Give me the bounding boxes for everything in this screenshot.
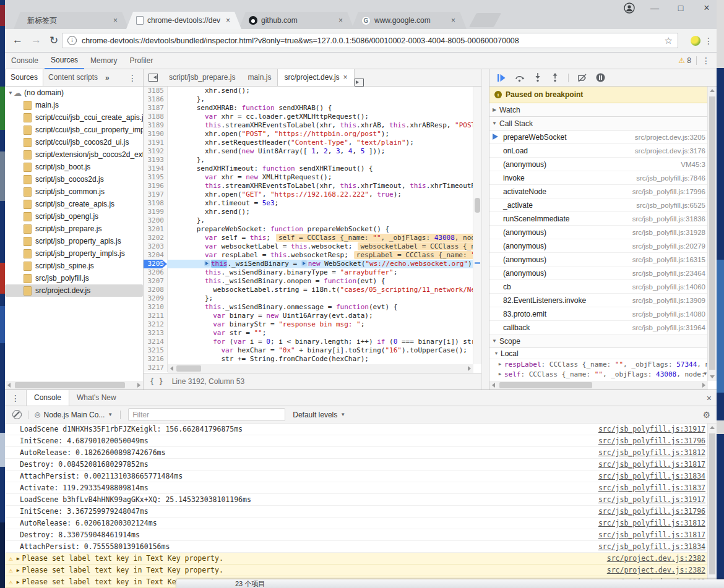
source-link[interactable]: src/project.dev.js:2382 [607,566,705,574]
console-filter-input[interactable] [128,408,285,421]
console-message[interactable]: Activate: 119.29335498809814mssrc/jsb_po… [5,482,717,494]
navtab-sources[interactable]: Sources [5,69,43,86]
frame-location[interactable]: src/jsb_polyfill.js:7846 [636,174,705,182]
console-message[interactable]: InitScene: 3.367259979248047mssrc/jsb_po… [5,506,717,518]
line-number[interactable]: 3188 [144,113,168,121]
source-link[interactable]: src/jsb_polyfill.js:31796 [598,437,705,445]
source-link[interactable]: src/jsb_polyfill.js:31796 [598,507,705,516]
call-stack-frame[interactable]: (anonymous)src/jsb_polyfill.js:23464 [489,266,708,280]
debugger-hscrollbar[interactable] [489,381,708,390]
context-selector[interactable]: Node.js Main Co... [44,411,105,419]
step-into-button[interactable] [533,73,542,82]
code-line[interactable]: 3185 xhr.send(); [144,87,481,95]
file-tree-item[interactable]: script/ccui/jsb_ccui_create_apis.js [5,111,143,124]
call-stack-frame[interactable]: (anonymous)src/jsb_polyfill.js:20279 [489,239,708,253]
tab-close-icon[interactable]: × [343,73,348,82]
console-message[interactable]: AutoRelease: 0.18262600898742676mssrc/js… [5,447,717,459]
line-number[interactable]: 3199 [144,208,168,216]
call-stack-frame[interactable]: runSceneImmediatesrc/jsb_polyfill.js:318… [489,212,708,226]
frame-location[interactable]: src/jsb_polyfill.js:31964 [632,324,705,331]
navigator-hscrollbar[interactable] [5,381,143,390]
line-number[interactable]: 3214 [144,338,168,346]
close-drawer-icon[interactable]: × [707,393,712,403]
call-stack-frame[interactable]: (anonymous)VM45:3 [489,158,708,171]
expand-triangle-icon[interactable]: ▶ [17,579,20,585]
file-tree-item[interactable]: script/jsb_create_apis.js [5,198,143,210]
console-message[interactable]: AttachPersist: 0.7555580139160156mssrc/j… [5,541,717,553]
devtools-menu-icon[interactable]: ⋮ [702,56,710,66]
source-link[interactable]: src/jsb_polyfill.js:31837 [598,484,705,492]
code-line[interactable]: 3186 }, [144,95,481,104]
reload-button[interactable]: ↻ [50,34,58,47]
tab-close-icon[interactable]: × [451,16,455,25]
profile-icon[interactable] [624,2,635,14]
tab-profiler[interactable]: Profiler [123,53,159,69]
line-number[interactable]: 3198 [144,199,168,208]
line-number[interactable]: 3211 [144,312,168,320]
frame-location[interactable]: src/project.dev.js:3205 [635,134,705,141]
expand-triangle-icon[interactable]: ▼ [7,90,14,96]
source-link[interactable]: src/jsb_polyfill.js:31917 [598,495,705,504]
line-number[interactable]: 3201 [144,225,168,234]
call-stack-frame[interactable]: onLoadsrc/project.dev.js:3176 [489,144,708,158]
source-link[interactable]: src/jsb_polyfill.js:31812 [598,448,705,457]
pretty-print-icon[interactable]: { } [150,377,163,386]
line-number[interactable]: 3202 [144,234,168,242]
source-link[interactable]: src/jsb_polyfill.js:31812 [598,519,705,527]
call-stack-frame[interactable]: _activatesrc/jsb_polyfill.js:6525 [489,198,708,212]
file-tree-item[interactable]: script/extension/jsb_cocos2d_extension.j… [5,148,143,161]
file-tree-item[interactable]: script/jsb_property_apis.js [5,235,143,247]
tab-close-icon[interactable]: × [226,16,230,25]
code-line[interactable]: 3207 this._wsiSendBinary.onopen = functi… [144,277,481,286]
call-stack-frame[interactable]: callbacksrc/jsb_polyfill.js:31964 [489,321,708,334]
line-number[interactable]: 3210 [144,303,168,312]
line-number[interactable]: 3186 [144,95,168,104]
line-number[interactable]: 3185 [144,87,168,95]
code-line[interactable]: 3189 this.streamXHREventsToLabel(xhr, th… [144,121,481,130]
line-number[interactable]: 3208 [144,286,168,294]
console-settings-gear-icon[interactable]: ⚙ [702,410,710,420]
scope-entry[interactable]: ▶ respLabel: CCClass {_name: "", _objFla… [489,359,708,369]
line-number[interactable]: 3191 [144,138,168,147]
code-line[interactable]: 3202 var self = this;self = CCClass {_na… [144,234,481,242]
file-tree-item[interactable]: script/jsb_cocos2d.js [5,173,143,185]
file-tree-item[interactable]: src/project.dev.js [5,284,143,297]
debugger-vscrollbar[interactable] [707,87,717,381]
expand-triangle-icon[interactable]: ▶ [498,362,504,367]
tab-memory[interactable]: Memory [84,53,123,69]
code-line[interactable]: 3215 var hexChar = "0x" + binary[i].toSt… [144,346,481,355]
code-line[interactable]: 3213 var str = ""; [144,329,481,338]
call-stack-frame[interactable]: 82.EventListeners.invokesrc/jsb_polyfill… [489,294,708,307]
console-message[interactable]: LoadScene d1NHXHs35F1rbFJZKeigkl: 156.66… [5,424,717,435]
code-line[interactable]: 3210 this._wsiSendBinary.onmessage = fun… [144,303,481,312]
line-number[interactable]: 3194 [144,164,168,173]
deactivate-breakpoints-button[interactable] [577,74,587,82]
frame-location[interactable]: src/jsb_polyfill.js:20279 [632,242,705,250]
frame-location[interactable]: src/jsb_polyfill.js:14080 [632,310,705,318]
frame-location[interactable]: src/jsb_polyfill.js:16315 [632,256,705,263]
code-line[interactable]: 3199 xhr.send(); [144,208,481,216]
file-tree-item[interactable]: script/jsb_prepare.js [5,223,143,235]
frame-location[interactable]: src/jsb_polyfill.js:31836 [632,215,705,223]
line-number[interactable]: 3207 [144,277,168,286]
drawer-menu-icon[interactable]: ⋮ [5,393,26,403]
console-message[interactable]: AutoRelease: 6.020618200302124mssrc/jsb_… [5,518,717,529]
frame-location[interactable]: src/jsb_polyfill.js:14060 [632,283,705,291]
code-line[interactable]: 3212 var binaryStr = "response bin msg: … [144,320,481,329]
source-link[interactable]: src/jsb_polyfill.js:31917 [598,425,705,433]
code-line[interactable]: 3208 websocketLabel.string = i18n.t("cas… [144,286,481,294]
navtab-content-scripts[interactable]: Content scripts [43,69,103,86]
console-message[interactable]: ⚠▶Please set label text key in Text Key … [5,553,717,565]
line-number[interactable]: 3200 [144,216,168,225]
tree-root-item[interactable]: ▼☁(no domain) [5,87,143,99]
line-number[interactable]: 3197 [144,190,168,199]
line-number[interactable]: 3212 [144,320,168,329]
line-number[interactable]: 3206 [144,268,168,277]
code-line[interactable]: 3197 xhr.open("GET", "https://192.168.22… [144,190,481,199]
file-tree-item[interactable]: main.js [5,99,143,111]
source-link[interactable]: src/jsb_polyfill.js:31834 [598,472,705,480]
file-tree-item[interactable]: src/jsb_polyfill.js [5,272,143,284]
editor-vscrollbar[interactable] [473,87,481,364]
console-message[interactable]: ⚠▶Please set label text key in Text Key … [5,565,717,576]
expand-triangle-icon[interactable]: ▶ [498,372,504,377]
